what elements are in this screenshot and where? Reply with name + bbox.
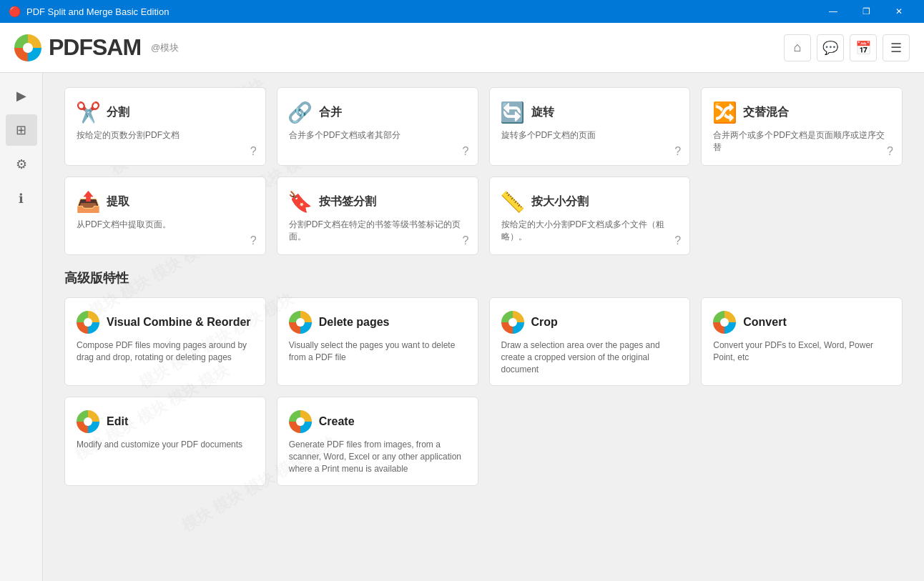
premium-delete-pages-header: Delete pages: [289, 311, 466, 334]
premium-crop-desc: Draw a selection area over the pages and…: [501, 339, 679, 375]
titlebar: 🔴 PDF Split and Merge Basic Edition — ❐ …: [0, 0, 924, 23]
module-merge-desc: 合并多个PDF文档或者其部分: [289, 129, 466, 141]
premium-convert[interactable]: Convert Convert your PDFs to Excel, Word…: [701, 297, 903, 386]
app-icon: 🔴: [9, 6, 21, 17]
premium-crop-header: Crop: [501, 311, 679, 334]
premium-convert-title: Convert: [743, 316, 786, 329]
module-split-bm-desc: 分割PDF文档在特定的书签等级书签标记的页面。: [289, 219, 466, 243]
minimize-button[interactable]: —: [817, 0, 850, 23]
module-split-size-desc: 按给定的大小分割PDF文档成多个文件（粗略）。: [501, 219, 679, 243]
titlebar-left: 🔴 PDF Split and Merge Basic Edition: [9, 6, 169, 17]
module-alternate[interactable]: 🔀 交替混合 合并两个或多个PDF文档是页面顺序或逆序交替 ?: [701, 87, 903, 166]
sidebar-item-settings[interactable]: ⚙: [6, 149, 37, 180]
premium-edit[interactable]: Edit Modify and customize your PDF docum…: [64, 397, 266, 485]
premium-delete-pages-desc: Visually select the pages you want to de…: [289, 339, 466, 364]
convert-icon: [713, 311, 736, 334]
close-button[interactable]: ✕: [883, 0, 915, 23]
premium-edit-header: Edit: [77, 410, 254, 433]
header-actions: ⌂ 💬 📅 ☰: [784, 34, 910, 61]
premium-delete-pages-title: Delete pages: [319, 316, 390, 329]
home-button[interactable]: ⌂: [784, 34, 811, 61]
sidebar-toggle[interactable]: ▶: [6, 80, 37, 111]
extract-help-icon[interactable]: ?: [250, 234, 257, 247]
module-split[interactable]: ✂️ 分割 按给定的页数分割PDF文档 ?: [64, 87, 266, 166]
module-extract-desc: 从PDF文档中提取页面。: [77, 219, 254, 231]
module-extract-title: 提取: [107, 194, 129, 209]
module-rotate-title: 旋转: [531, 105, 554, 120]
content-area: 模块 模块 模块 模块 模块 模块 模块 模块 模块 模块 模块 模块 模块 模…: [43, 73, 924, 581]
premium-convert-header: Convert: [713, 311, 890, 334]
chat-button[interactable]: 💬: [817, 34, 844, 61]
split-bm-help-icon[interactable]: ?: [463, 234, 469, 247]
premium-create[interactable]: Create Generate PDF files from images, f…: [277, 397, 478, 485]
split-help-icon[interactable]: ?: [250, 145, 257, 158]
alternate-icon: 🔀: [713, 101, 736, 124]
module-merge-title: 合并: [319, 105, 342, 120]
premium-create-title: Create: [319, 415, 355, 428]
merge-help-icon[interactable]: ?: [463, 145, 469, 158]
crop-icon: [501, 311, 524, 334]
titlebar-controls: — ❐ ✕: [817, 0, 915, 23]
premium-visual-combine-desc: Compose PDF files moving pages around by…: [77, 339, 254, 364]
logo-text: PDFSAM: [49, 34, 141, 61]
module-split-desc: 按给定的页数分割PDF文档: [77, 129, 254, 141]
premium-edit-title: Edit: [107, 415, 128, 428]
module-rotate-header: 🔄 旋转: [501, 101, 679, 124]
main-layout: ▶ ⊞ ⚙ ℹ 模块 模块 模块 模块 模块 模块 模块 模块 模块 模块 模块…: [0, 73, 924, 581]
premium-grid-row1: Visual Combine & Reorder Compose PDF fil…: [64, 297, 903, 386]
module-extract-header: 📤 提取: [77, 190, 254, 213]
module-split-header: ✂️ 分割: [77, 101, 254, 124]
logo: PDFSAM @模块: [14, 34, 179, 61]
module-alternate-title: 交替混合: [743, 105, 789, 120]
basic-modules-grid: ✂️ 分割 按给定的页数分割PDF文档 ? 🔗 合并 合并多个PDF文档或者其部…: [64, 87, 903, 255]
module-split-bm-header: 🔖 按书签分割: [289, 190, 466, 213]
module-split-bm-title: 按书签分割: [319, 194, 376, 209]
split-size-help-icon[interactable]: ?: [674, 234, 681, 247]
premium-convert-desc: Convert your PDFs to Excel, Word, Power …: [713, 339, 890, 364]
menu-button[interactable]: ☰: [883, 34, 910, 61]
premium-delete-pages[interactable]: Delete pages Visually select the pages y…: [277, 297, 478, 386]
titlebar-title: PDF Split and Merge Basic Edition: [26, 6, 169, 17]
module-split-size[interactable]: 📏 按大小分割 按给定的大小分割PDF文档成多个文件（粗略）。 ?: [489, 177, 691, 255]
premium-visual-combine-header: Visual Combine & Reorder: [77, 311, 254, 334]
header: PDFSAM @模块 ⌂ 💬 📅 ☰: [0, 23, 924, 73]
visual-combine-icon: [77, 311, 99, 334]
maximize-button[interactable]: ❐: [850, 0, 883, 23]
merge-icon: 🔗: [289, 101, 312, 124]
module-split-size-header: 📏 按大小分割: [501, 190, 679, 213]
sidebar-item-grid[interactable]: ⊞: [6, 114, 37, 146]
premium-create-desc: Generate PDF files from images, from a s…: [289, 439, 466, 475]
edit-icon: [77, 410, 99, 433]
logo-icon: [14, 34, 41, 61]
scissors-icon: ✂️: [77, 101, 99, 124]
rotate-icon: 🔄: [501, 101, 524, 124]
rotate-help-icon[interactable]: ?: [674, 145, 681, 158]
calendar-button[interactable]: 📅: [850, 34, 877, 61]
extract-icon: 📤: [77, 190, 99, 213]
module-split-title: 分割: [107, 105, 129, 120]
alternate-help-icon[interactable]: ?: [887, 145, 893, 158]
premium-grid-row2: Edit Modify and customize your PDF docum…: [64, 397, 903, 485]
sidebar-item-info[interactable]: ℹ: [6, 183, 37, 214]
premium-visual-combine-title: Visual Combine & Reorder: [107, 316, 251, 329]
premium-crop[interactable]: Crop Draw a selection area over the page…: [489, 297, 691, 386]
module-alternate-desc: 合并两个或多个PDF文档是页面顺序或逆序交替: [713, 129, 890, 154]
premium-edit-desc: Modify and customize your PDF documents: [77, 439, 254, 451]
module-alternate-header: 🔀 交替混合: [713, 101, 890, 124]
module-rotate[interactable]: 🔄 旋转 旋转多个PDF文档的页面 ?: [489, 87, 691, 166]
logo-sub: @模块: [151, 41, 179, 54]
premium-visual-combine[interactable]: Visual Combine & Reorder Compose PDF fil…: [64, 297, 266, 386]
module-merge[interactable]: 🔗 合并 合并多个PDF文档或者其部分 ?: [277, 87, 478, 166]
premium-crop-title: Crop: [531, 316, 558, 329]
create-icon: [289, 410, 312, 433]
module-rotate-desc: 旋转多个PDF文档的页面: [501, 129, 679, 141]
premium-section-title: 高级版特性: [64, 269, 903, 287]
sidebar: ▶ ⊞ ⚙ ℹ: [0, 73, 43, 581]
premium-create-header: Create: [289, 410, 466, 433]
module-split-bm[interactable]: 🔖 按书签分割 分割PDF文档在特定的书签等级书签标记的页面。 ?: [277, 177, 478, 255]
delete-pages-icon: [289, 311, 312, 334]
module-extract[interactable]: 📤 提取 从PDF文档中提取页面。 ?: [64, 177, 266, 255]
split-size-icon: 📏: [501, 190, 524, 213]
split-bm-icon: 🔖: [289, 190, 312, 213]
module-merge-header: 🔗 合并: [289, 101, 466, 124]
